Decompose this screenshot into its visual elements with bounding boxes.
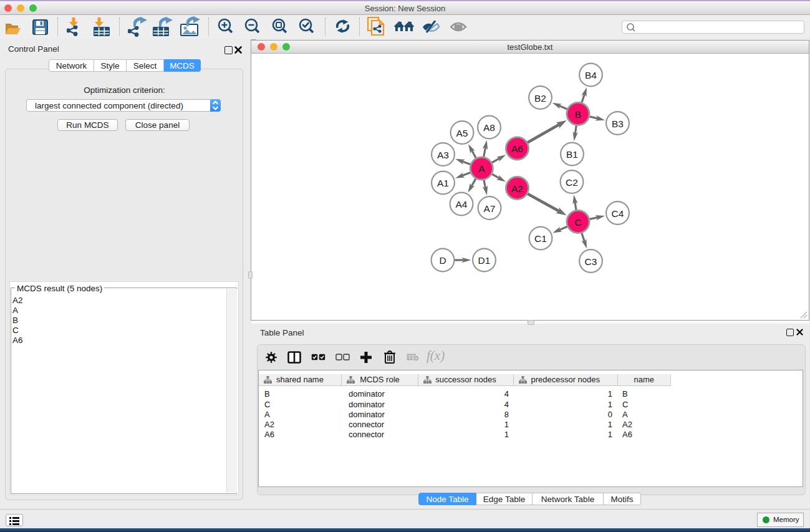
svg-text:B3: B3 [612,118,624,129]
svg-text:A5: A5 [456,128,468,138]
svg-text:A8: A8 [483,122,495,133]
svg-text:A: A [478,163,485,174]
svg-text:C: C [574,217,581,228]
svg-text:A6: A6 [511,143,523,154]
svg-text:C3: C3 [585,256,597,267]
svg-text:A7: A7 [484,203,496,214]
svg-text:B2: B2 [534,93,546,104]
svg-text:A3: A3 [437,150,449,160]
svg-text:A4: A4 [456,199,468,210]
svg-text:A2: A2 [511,183,523,194]
svg-text:B1: B1 [566,149,578,160]
svg-text:A1: A1 [437,178,449,188]
svg-text:C2: C2 [566,177,578,188]
svg-text:C4: C4 [612,208,624,219]
svg-text:B4: B4 [585,70,597,80]
svg-text:C1: C1 [534,233,547,244]
svg-text:D: D [439,255,446,266]
svg-text:D1: D1 [478,255,491,266]
svg-text:B: B [575,109,581,120]
